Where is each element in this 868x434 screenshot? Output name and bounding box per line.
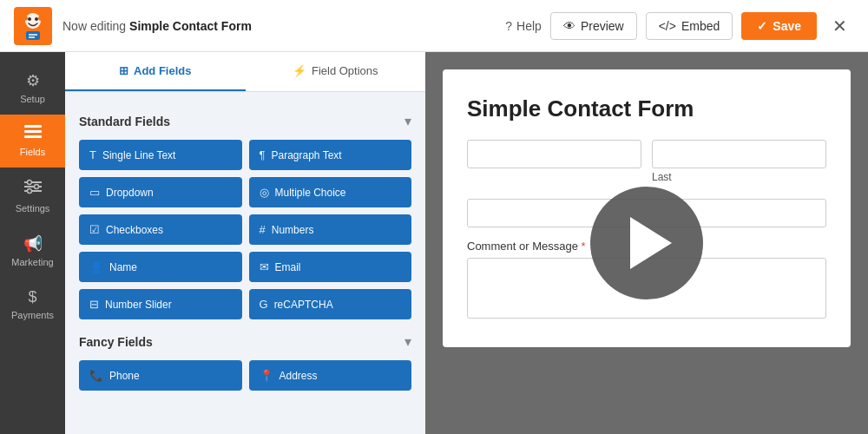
close-button[interactable]: ✕: [825, 12, 854, 40]
last-name-group: Last: [652, 140, 826, 187]
field-name[interactable]: 👤 Name: [79, 252, 242, 282]
name-icon: 👤: [89, 260, 103, 273]
standard-fields-title: Standard Fields: [79, 115, 170, 128]
editing-label: Now editing Simple Contact Form: [62, 19, 252, 33]
name-row: Last: [467, 140, 826, 187]
help-button[interactable]: ? Help: [505, 19, 542, 33]
field-paragraph-text[interactable]: ¶ Paragraph Text: [249, 140, 412, 170]
top-bar-right: ? Help 👁 Preview </> Embed ✓ Save ✕: [505, 12, 854, 40]
field-single-line-text[interactable]: T Single Line Text: [79, 140, 242, 170]
sidebar-item-settings[interactable]: Settings: [0, 168, 65, 224]
single-line-text-icon: T: [89, 148, 96, 161]
fields-icon: [24, 125, 42, 143]
sidebar-item-marketing[interactable]: 📢 Marketing: [0, 224, 65, 278]
field-dropdown[interactable]: ▭ Dropdown: [79, 177, 242, 207]
svg-point-3: [35, 17, 38, 21]
main-layout: ⚙ Setup Fields Settings 📢 Marketing $ Pa…: [0, 52, 868, 434]
save-button[interactable]: ✓ Save: [741, 12, 817, 40]
multiple-choice-icon: ◎: [260, 186, 269, 199]
first-name-input[interactable]: [467, 140, 641, 168]
standard-fields-toggle[interactable]: ▾: [404, 113, 411, 129]
fancy-fields-toggle[interactable]: ▾: [404, 333, 411, 350]
eye-icon: 👁: [563, 19, 575, 33]
required-asterisk: *: [582, 240, 586, 253]
field-numbers[interactable]: # Numbers: [249, 214, 412, 245]
standard-fields-grid: T Single Line Text ¶ Paragraph Text ▭ Dr…: [79, 140, 411, 319]
numbers-icon: #: [260, 223, 266, 236]
tab-add-fields[interactable]: ⊞ Add Fields: [65, 52, 246, 91]
first-name-group: [467, 140, 641, 187]
svg-rect-6: [26, 31, 40, 40]
svg-point-2: [28, 17, 31, 21]
standard-fields-header: Standard Fields ▾: [79, 113, 411, 129]
svg-point-17: [27, 189, 31, 194]
sidebar: ⚙ Setup Fields Settings 📢 Marketing $ Pa…: [0, 52, 65, 434]
number-slider-icon: ⊟: [89, 298, 99, 311]
svg-point-1: [25, 13, 41, 29]
field-address[interactable]: 📍 Address: [249, 360, 412, 391]
form-title: Simple Contact Form: [467, 95, 826, 122]
last-name-label: Last: [652, 171, 826, 183]
tab-field-options[interactable]: ⚡ Field Options: [246, 52, 426, 91]
logo-icon: [14, 7, 52, 45]
settings-icon: [24, 178, 42, 200]
check-icon: ✓: [757, 19, 767, 33]
preview-button[interactable]: 👁 Preview: [550, 12, 637, 40]
checkboxes-icon: ☑: [89, 223, 100, 236]
paragraph-text-icon: ¶: [260, 148, 266, 161]
fields-content: Standard Fields ▾ T Single Line Text ¶ P…: [65, 92, 425, 418]
payments-icon: $: [28, 288, 36, 306]
top-bar-left: Now editing Simple Contact Form: [14, 7, 252, 45]
field-phone[interactable]: 📞 Phone: [79, 360, 242, 391]
sidebar-item-setup[interactable]: ⚙ Setup: [0, 61, 65, 115]
field-options-icon: ⚡: [293, 64, 306, 77]
last-name-input[interactable]: [652, 140, 826, 168]
play-icon: [630, 217, 672, 269]
fields-panel: ⊞ Add Fields ⚡ Field Options Standard Fi…: [65, 52, 425, 434]
help-icon: ?: [505, 19, 512, 33]
fancy-fields-title: Fancy Fields: [79, 335, 153, 349]
code-icon: </>: [659, 19, 676, 33]
video-play-overlay[interactable]: [590, 187, 703, 299]
field-checkboxes[interactable]: ☑ Checkboxes: [79, 214, 242, 245]
svg-point-16: [34, 185, 38, 189]
sidebar-item-fields[interactable]: Fields: [0, 115, 65, 168]
address-icon: 📍: [260, 369, 273, 382]
field-number-slider[interactable]: ⊟ Number Slider: [79, 289, 242, 319]
email-icon: ✉: [260, 260, 269, 273]
fancy-fields-header: Fancy Fields ▾: [79, 333, 411, 350]
svg-rect-9: [24, 125, 42, 128]
fancy-fields-grid: 📞 Phone 📍 Address: [79, 360, 411, 391]
embed-button[interactable]: </> Embed: [646, 12, 733, 40]
field-multiple-choice[interactable]: ◎ Multiple Choice: [249, 177, 412, 207]
phone-icon: 📞: [89, 369, 103, 382]
svg-rect-11: [24, 135, 42, 138]
add-fields-icon: ⊞: [119, 64, 128, 77]
field-email[interactable]: ✉ Email: [249, 252, 412, 282]
panel-tabs: ⊞ Add Fields ⚡ Field Options: [65, 52, 425, 92]
recaptcha-icon: G: [260, 298, 268, 311]
svg-point-15: [27, 181, 31, 185]
svg-point-4: [21, 16, 28, 21]
svg-rect-10: [24, 130, 42, 133]
preview-panel: Simple Contact Form Last Comment or Mess…: [425, 52, 868, 434]
setup-icon: ⚙: [26, 71, 40, 90]
marketing-icon: 📢: [23, 234, 43, 253]
dropdown-icon: ▭: [89, 186, 100, 199]
sidebar-item-payments[interactable]: $ Payments: [0, 278, 65, 331]
top-bar: Now editing Simple Contact Form ? Help 👁…: [0, 0, 868, 52]
field-recaptcha[interactable]: G reCAPTCHA: [249, 289, 412, 319]
svg-point-5: [38, 16, 45, 21]
